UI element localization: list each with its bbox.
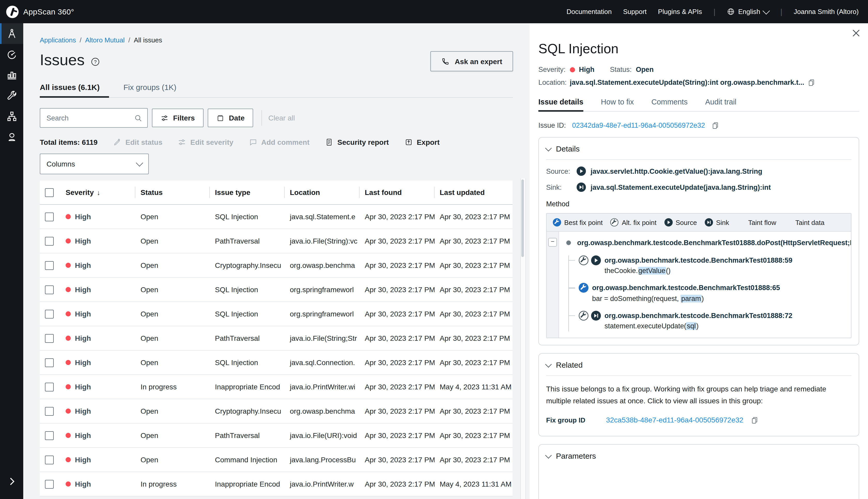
nav-documentation[interactable]: Documentation: [567, 8, 612, 15]
source-icon: [591, 255, 601, 265]
taint-data-highlight: getValue: [638, 267, 666, 275]
vertical-scrollbar[interactable]: [520, 179, 526, 499]
user-menu[interactable]: Joanna Smith (Altoro): [794, 8, 859, 15]
sidebar-item-tools[interactable]: [0, 85, 23, 106]
table-row[interactable]: HighOpenCommand Injectionjava.lang.Proce…: [40, 448, 513, 472]
breadcrumb-item-altoro-mutual[interactable]: Altoro Mutual: [85, 36, 125, 44]
column-header-location[interactable]: Location: [285, 181, 360, 205]
close-panel-button[interactable]: [850, 26, 863, 40]
clear-all-link[interactable]: Clear all: [268, 114, 295, 122]
export-button[interactable]: Export: [404, 138, 440, 146]
column-header-issue-type[interactable]: Issue type: [210, 181, 285, 205]
language-selector[interactable]: English: [727, 8, 769, 15]
trace-node[interactable]: org.owasp.benchmark.testcode.BenchmarkTe…: [569, 255, 846, 276]
row-checkbox[interactable]: [45, 431, 54, 440]
column-header-last-updated[interactable]: Last updated: [435, 181, 513, 205]
filters-button[interactable]: Filters: [152, 109, 204, 127]
table-row[interactable]: HighOpenSQL Injectionorg.springframeworl…: [40, 302, 513, 326]
related-heading: Related: [556, 361, 582, 369]
severity-value: High: [579, 66, 594, 73]
trace-node[interactable]: org.owasp.benchmark.testcode.BenchmarkTe…: [569, 283, 846, 304]
panel-tab-how-to-fix[interactable]: How to fix: [601, 98, 634, 111]
sidebar-item-organization[interactable]: [0, 106, 23, 127]
row-checkbox[interactable]: [45, 407, 54, 415]
column-header-severity[interactable]: Severity↓: [61, 181, 135, 205]
sink-icon: [591, 311, 601, 320]
sidebar-expand-button[interactable]: [0, 471, 23, 492]
severity-cell: High: [66, 383, 130, 391]
status-cell: Open: [135, 302, 210, 326]
fix-group-id-text: 32ca538b-48e7-ed11-96a4-005056972e32: [606, 416, 743, 424]
table-row[interactable]: HighOpenSQL Injectionjava.sql.Connection…: [40, 350, 513, 375]
column-header-last-found[interactable]: Last found: [360, 181, 435, 205]
fix-group-row: Fix group ID 32ca538b-48e7-ed11-96a4-005…: [546, 416, 852, 424]
status-cell: In progress: [135, 472, 210, 496]
sink-label: Sink:: [546, 183, 572, 191]
trace-node-text: org.owasp.benchmark.testcode.BenchmarkTe…: [604, 311, 792, 332]
issue-type-cell: Inappropriate Encod: [210, 472, 285, 496]
row-checkbox[interactable]: [45, 309, 54, 318]
row-checkbox[interactable]: [45, 285, 54, 294]
date-button[interactable]: Date: [208, 109, 253, 127]
sink-row: Sink: java.sql.Statement.executeUpdate(j…: [546, 183, 852, 192]
last-updated-cell: Apr 30, 2023 2:17 PM: [435, 229, 513, 253]
column-header-status[interactable]: Status: [135, 181, 210, 205]
severity-status-row: Severity: High Status: Open: [538, 66, 859, 73]
help-icon[interactable]: ?: [91, 57, 99, 66]
select-all-checkbox[interactable]: [45, 188, 54, 197]
severity-dot-icon: [66, 311, 71, 316]
table-row[interactable]: HighIn progressInappropriate Encodjava.i…: [40, 472, 513, 496]
table-row[interactable]: HighOpenPathTraversaljava.io.File(URI):v…: [40, 423, 513, 448]
trace-gutter: −: [546, 232, 559, 338]
trace-node-icons: [579, 283, 589, 293]
tab-fix-groups-1k-[interactable]: Fix groups (1K): [124, 83, 186, 97]
table-row[interactable]: HighOpenCryptography.Insecuorg.owasp.ben…: [40, 399, 513, 423]
breadcrumb-item-applications[interactable]: Applications: [40, 36, 76, 44]
sidebar-item-reports[interactable]: [0, 65, 23, 85]
nav-support[interactable]: Support: [623, 8, 646, 15]
tab-all-issues-6-1k-[interactable]: All issues (6.1K): [40, 83, 109, 97]
details-card-header[interactable]: Details: [546, 144, 852, 153]
row-checkbox[interactable]: [45, 358, 54, 367]
row-checkbox[interactable]: [45, 334, 54, 343]
location-cell: org.owasp.benchma: [285, 253, 360, 277]
nav-plugins-apis[interactable]: Plugins & APIs: [658, 8, 702, 15]
issue-id-link[interactable]: 02342da9-48e7-ed11-96a4-005056972e32: [572, 122, 705, 129]
sidebar-item-applications[interactable]: [0, 23, 23, 44]
columns-dropdown[interactable]: Columns: [40, 154, 149, 174]
ask-an-expert-button[interactable]: Ask an expert: [430, 51, 513, 71]
trace-node[interactable]: org.owasp.benchmark.testcode.BenchmarkTe…: [569, 311, 846, 332]
row-checkbox[interactable]: [45, 382, 54, 391]
table-row[interactable]: HighOpenSQL Injectionjava.sql.Statement.…: [40, 205, 513, 229]
row-checkbox[interactable]: [45, 479, 54, 488]
copy-issue-id-button[interactable]: [711, 122, 719, 129]
trace-root-node[interactable]: org.owasp.benchmark.testcode.BenchmarkTe…: [566, 238, 846, 249]
panel-tab-comments[interactable]: Comments: [651, 98, 688, 111]
status-cell: Open: [135, 229, 210, 253]
scrollbar-thumb[interactable]: [521, 180, 524, 257]
last-updated-cell: Apr 30, 2023 2:17 PM: [435, 350, 513, 375]
panel-tab-audit-trail[interactable]: Audit trail: [705, 98, 737, 111]
status-cell: Open: [135, 399, 210, 423]
location-row: Location: java.sql.Statement.executeUpda…: [538, 78, 859, 86]
panel-tab-issue-details[interactable]: Issue details: [538, 98, 583, 111]
related-card-header[interactable]: Related: [546, 361, 852, 369]
search-input[interactable]: [46, 113, 130, 122]
row-checkbox[interactable]: [45, 236, 54, 245]
last-updated-cell: Apr 30, 2023 2:17 PM: [435, 399, 513, 423]
row-checkbox[interactable]: [45, 212, 54, 221]
table-row[interactable]: HighIn progressInappropriate Encodjava.i…: [40, 375, 513, 399]
table-row[interactable]: HighOpenSQL Injectionorg.springframeworl…: [40, 277, 513, 302]
table-row[interactable]: HighOpenPathTraversaljava.io.File(String…: [40, 229, 513, 253]
sidebar-item-scans[interactable]: [0, 44, 23, 65]
fix-group-id-link[interactable]: 32ca538b-48e7-ed11-96a4-005056972e32: [606, 416, 758, 424]
table-row[interactable]: HighOpenCryptography.Insecuorg.owasp.ben…: [40, 253, 513, 277]
security-report-button[interactable]: Security report: [325, 138, 389, 146]
sidebar-item-users[interactable]: [0, 127, 23, 147]
table-row[interactable]: HighOpenPathTraversaljava.io.File(String…: [40, 326, 513, 350]
copy-location-button[interactable]: [807, 78, 815, 86]
collapse-trace-button[interactable]: −: [548, 238, 557, 247]
row-checkbox[interactable]: [45, 455, 54, 464]
row-checkbox[interactable]: [45, 261, 54, 270]
parameters-card-header[interactable]: Parameters: [546, 452, 852, 461]
